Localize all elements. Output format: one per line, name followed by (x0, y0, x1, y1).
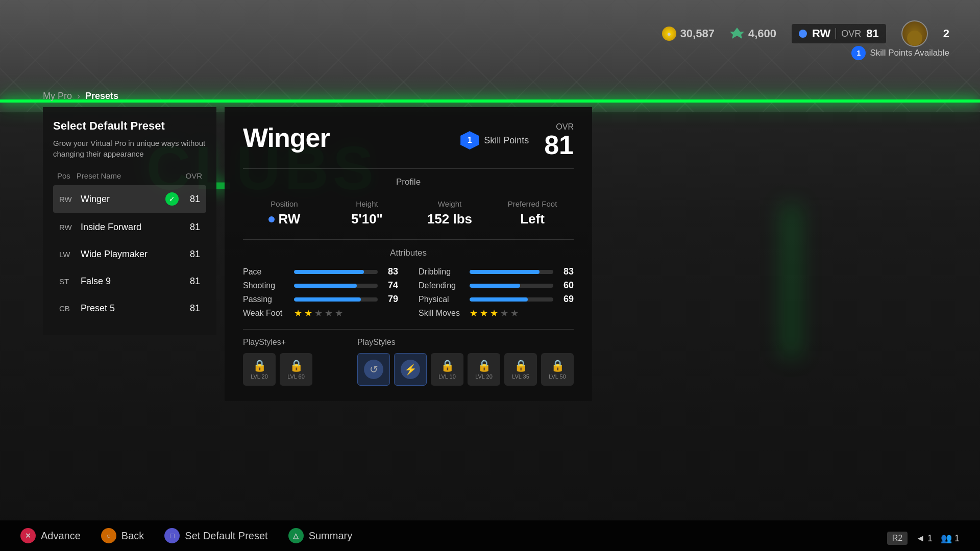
ps-icon: ↺ (357, 353, 390, 386)
star: ★ (325, 308, 333, 319)
ps-level: LVL 50 (549, 373, 566, 380)
breadcrumb-current: Presets (85, 91, 118, 102)
sidebar-glow (781, 204, 801, 357)
lock-icon: 🔒 (477, 359, 491, 372)
attr-value: 74 (383, 280, 398, 291)
preset-row[interactable]: LW Wide Playmaker 81 (53, 242, 206, 267)
ps-icon: 🔒LVL 50 (541, 353, 574, 386)
attr-row-left: Pace 83 (243, 266, 398, 277)
attr-bar (294, 284, 378, 288)
ps-icon: 🔒LVL 35 (504, 353, 537, 386)
preset-pos: CB (59, 304, 75, 313)
preset-name: Wide Playmaker (81, 249, 179, 260)
ps-level: LVL 35 (512, 373, 529, 380)
preset-pos: RW (59, 195, 75, 204)
ps-level: LVL 10 (438, 373, 456, 380)
attr-row-left: Shooting 74 (243, 280, 398, 291)
attr-value: 83 (558, 266, 574, 277)
divider-mid (243, 239, 574, 240)
ps-icon: 🔒LVL 20 (468, 353, 500, 386)
currency-vp: 4,600 (730, 27, 776, 41)
nav-btn-label: Advance (41, 530, 81, 542)
attr-name: Dribbling (419, 267, 464, 277)
pos-text: RW (279, 211, 301, 227)
col-pos: Pos (57, 171, 70, 180)
card-title-block: Winger (243, 122, 330, 153)
divider-ps (243, 329, 574, 330)
lock-icon: 🔒 (551, 359, 565, 372)
ovr-block: OVR 81 (544, 122, 574, 158)
playstyles-col: PlayStyles ↺⚡🔒LVL 10🔒LVL 20🔒LVL 35🔒LVL 5… (357, 338, 574, 386)
lock-icon: 🔒 (253, 359, 266, 372)
breadcrumb-chevron: › (77, 91, 80, 102)
breadcrumb: My Pro › Presets (43, 91, 118, 102)
attr-name: Passing (243, 295, 289, 304)
page-indicator: ◄ 1 (916, 533, 933, 544)
star: ★ (304, 308, 312, 319)
skill-points-label: Skill Points Available (870, 48, 949, 58)
star: ★ (490, 308, 498, 319)
nav-btn-icon: △ (288, 528, 304, 543)
preset-row[interactable]: RW Inside Forward 81 (53, 215, 206, 240)
attr-bar-fill (470, 270, 540, 274)
nav-btn-back[interactable]: ○ Back (101, 528, 144, 543)
lock-icon: 🔒 (440, 359, 454, 372)
player-avatar (901, 20, 928, 47)
coin-icon: ● (662, 27, 676, 41)
nav-btn-advance[interactable]: ✕ Advance (20, 528, 81, 543)
attr-name: Skill Moves (419, 309, 464, 318)
nav-btn-label: Back (121, 530, 144, 542)
lock-icon: 🔒 (514, 359, 528, 372)
ovr-label: OVR (841, 29, 861, 39)
attr-name: Defending (419, 281, 464, 290)
ps-plus-icons: 🔒LVL 20🔒LVL 60 (243, 353, 337, 386)
preset-name: Preset 5 (81, 303, 179, 314)
star: ★ (314, 308, 323, 319)
preset-row[interactable]: RW Winger ✓ 81 (53, 185, 206, 213)
col-ovr: OVR (185, 171, 202, 180)
foot-value: Left (491, 211, 574, 227)
preset-ovr: 81 (185, 276, 200, 287)
nav-btn-summary[interactable]: △ Summary (288, 528, 353, 543)
height-value: 5'10" (326, 211, 408, 227)
preset-pos: LW (59, 250, 75, 259)
panel-title: Select Default Preset (53, 119, 206, 133)
pos-label: Position (243, 199, 326, 208)
preset-row[interactable]: ST False 9 81 (53, 269, 206, 294)
ps-plus-icon: 🔒LVL 20 (243, 353, 276, 386)
col-name: Preset Name (77, 171, 186, 180)
height-label: Height (326, 199, 408, 208)
attr-name: Pace (243, 267, 289, 277)
bottom-right: R2 ◄ 1 👥 1 (887, 532, 960, 545)
preset-pos: RW (59, 223, 75, 232)
ovr-value: 81 (866, 27, 878, 40)
nav-btn-set-default-preset[interactable]: □ Set Default Preset (164, 528, 267, 543)
attr-value: 79 (383, 294, 398, 305)
vp-amount: 4,600 (748, 27, 776, 40)
r2-badge: R2 (887, 532, 908, 545)
selected-check: ✓ (165, 192, 179, 206)
stars: ★★★★★ (294, 308, 343, 319)
preset-ovr: 81 (185, 303, 200, 314)
star: ★ (500, 308, 508, 319)
group-indicator: 👥 1 (941, 533, 960, 544)
profile-grid: Position RW Height 5'10" Weight 152 lbs … (243, 195, 574, 231)
player-pos: RW (812, 27, 830, 40)
preset-row[interactable]: CB Preset 5 81 (53, 296, 206, 321)
position-indicator (799, 30, 807, 38)
main-card: Winger 1 Skill Points OVR 81 Profile Pos… (225, 107, 592, 401)
attr-bar-fill (470, 284, 520, 288)
attr-bar (294, 297, 378, 302)
star: ★ (470, 308, 478, 319)
star: ★ (294, 308, 302, 319)
skill-hex-badge: 1 (460, 131, 479, 149)
ps-label: PlayStyles (357, 338, 574, 347)
attr-name: Physical (419, 295, 464, 304)
attr-row-right: Skill Moves★★★★★ (419, 308, 574, 319)
bottom-nav: ✕ Advance ○ Back □ Set Default Preset △ … (0, 520, 980, 551)
divider-top (243, 168, 574, 169)
ceiling-bg (0, 0, 980, 112)
weight-value: 152 lbs (408, 211, 491, 227)
skill-points-card-label: Skill Points (484, 135, 529, 146)
star: ★ (335, 308, 343, 319)
